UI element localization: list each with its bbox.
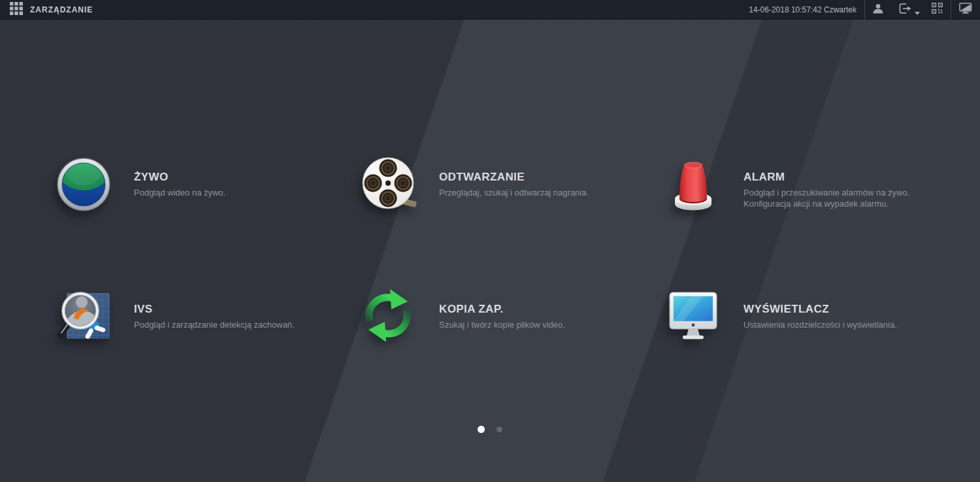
menu-item-description: Podgląd i zarządzanie detekcją zachowań. <box>134 319 295 330</box>
page-dot-1[interactable] <box>478 426 485 433</box>
grid-menu-icon <box>10 2 23 18</box>
page-dot-2[interactable] <box>497 426 502 432</box>
chevron-down-icon <box>915 6 920 18</box>
alarm-siren-icon <box>665 156 721 212</box>
topbar: ZARZĄDZANIE 14-06-2018 10:57:42 Czwartek <box>0 0 980 20</box>
menu-item-backup[interactable]: KOPIA ZAP. Szukaj i twórz kopie plików v… <box>361 288 671 370</box>
menu-item-description: Podgląd i przeszukiwanie alarmów na żywo… <box>743 187 909 209</box>
ivs-magnifier-icon <box>56 288 112 344</box>
display-output-button[interactable] <box>951 0 980 20</box>
logout-button[interactable] <box>891 0 924 20</box>
display-output-icon <box>959 3 972 16</box>
menu-item-ivs[interactable]: IVS Podgląd i zarządzanie detekcją zacho… <box>56 288 366 370</box>
main-menu-grid-button[interactable] <box>9 3 24 17</box>
menu-item-display[interactable]: WYŚWIETLACZ Ustawienia rozdzielczości i … <box>665 288 975 370</box>
user-button[interactable] <box>865 0 891 20</box>
menu-item-description: Szukaj i twórz kopie plików video. <box>439 319 565 330</box>
menu-item-alarm[interactable]: ALARM Podgląd i przeszukiwanie alarmów n… <box>665 156 975 237</box>
menu-item-description: Przeglądaj, szukaj i odtwarzaj nagrania. <box>439 187 589 198</box>
menu-item-description: Ustawienia rozdzielczości i wyświetlania… <box>743 319 897 330</box>
qr-code-icon <box>932 3 943 16</box>
pagination <box>0 424 980 434</box>
playback-reel-icon <box>361 156 417 212</box>
menu-item-title: IVS <box>134 302 295 317</box>
user-icon <box>873 3 883 16</box>
menu-item-title: WYŚWIETLACZ <box>743 302 897 317</box>
page-title: ZARZĄDZANIE <box>30 5 93 14</box>
menu-item-live[interactable]: ŻYWO Podgląd wideo na żywo. <box>56 156 366 237</box>
display-monitor-icon <box>665 288 721 344</box>
backup-sync-icon <box>361 288 417 344</box>
qr-code-button[interactable] <box>924 0 951 20</box>
datetime-display: 14-06-2018 10:57:42 Czwartek <box>749 5 864 14</box>
logout-icon <box>899 3 911 16</box>
menu-item-description: Podgląd wideo na żywo. <box>134 187 225 198</box>
menu-item-title: ALARM <box>743 170 909 184</box>
menu-item-playback[interactable]: ODTWARZANIE Przeglądaj, szukaj i odtwarz… <box>361 156 671 237</box>
menu-item-title: KOPIA ZAP. <box>439 302 565 317</box>
menu-item-title: ŻYWO <box>134 170 225 184</box>
live-view-icon <box>56 156 112 212</box>
menu-item-title: ODTWARZANIE <box>439 170 589 184</box>
